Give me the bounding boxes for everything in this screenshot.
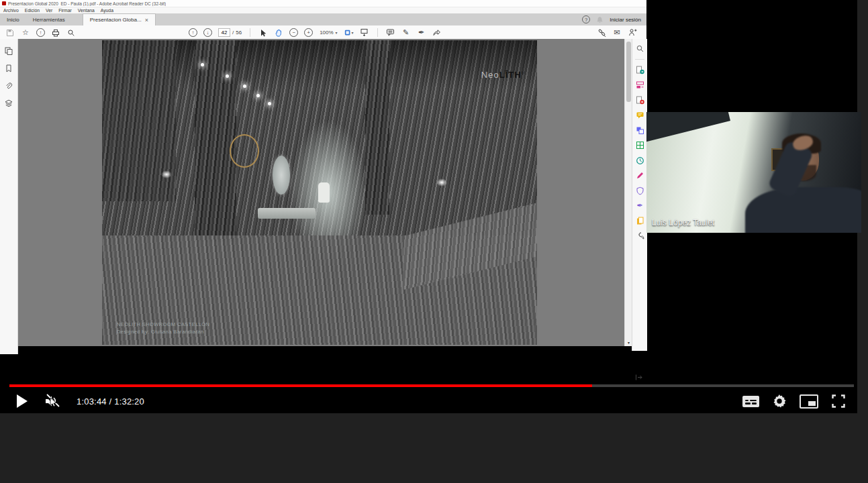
tab-close-icon[interactable]: × (145, 17, 148, 23)
marble-pillar (365, 40, 389, 215)
find-icon[interactable] (66, 28, 76, 38)
ceiling-light (226, 74, 229, 78)
webcam-video: Luis López Taulet (646, 112, 861, 233)
share-link-icon[interactable] (597, 28, 606, 38)
ceiling-light (256, 94, 260, 97)
send-share-icon[interactable] (432, 28, 442, 38)
signature-icon[interactable]: ✒ (417, 28, 426, 38)
tab-tools[interactable]: Herramientas (26, 14, 72, 25)
organize-pages-icon[interactable] (635, 141, 644, 150)
fill-sign-tool-icon[interactable] (635, 171, 644, 180)
ceiling-light (243, 85, 246, 88)
scrolling-mode-icon[interactable] (360, 28, 369, 38)
compress-pdf-icon[interactable] (635, 156, 644, 165)
export-pdf-icon[interactable] (635, 65, 644, 74)
email-icon[interactable]: ✉ (612, 28, 622, 38)
oval-mirror (273, 156, 290, 195)
caption-title: NEOLITH SHOWROOM CASTELLÓN (117, 321, 209, 328)
menu-ventana[interactable]: Ventana (78, 8, 95, 13)
save-icon[interactable] (5, 28, 15, 38)
neolith-logo: NeoLĪTH® (481, 70, 525, 80)
main-toolbar: ☆ ↑ ↑ ↓ / 56 − (0, 25, 646, 40)
settings-button[interactable] (773, 394, 786, 408)
comment-icon[interactable] (386, 28, 395, 38)
bookmarks-icon[interactable] (5, 64, 13, 74)
more-tools-pages-icon[interactable] (635, 216, 644, 225)
video-progress-bar[interactable] (9, 384, 854, 387)
zoom-out-icon[interactable]: − (289, 28, 298, 37)
star-icon[interactable]: ☆ (21, 28, 30, 38)
previous-page-icon[interactable]: ↑ (189, 28, 197, 37)
collapse-tools-pane-icon[interactable] (634, 373, 644, 382)
menu-archivo[interactable]: Archivo (3, 8, 19, 13)
menu-edicion[interactable]: Edición (25, 8, 40, 13)
progress-played (9, 384, 592, 387)
pdf-page-photo: NeoLĪTH® NEOLITH SHOWROOM CASTELLÓN Desi… (102, 40, 537, 345)
edit-pdf-icon[interactable] (635, 80, 644, 90)
zoom-level-dropdown[interactable]: 100% ▾ (319, 29, 338, 36)
flowers (436, 178, 447, 186)
fill-sign-pencil-icon[interactable]: ✎ (401, 28, 411, 38)
combine-files-icon[interactable] (635, 125, 644, 135)
subtitles-button[interactable] (742, 396, 759, 407)
print-icon[interactable] (51, 28, 60, 38)
page-total: 56 (236, 30, 242, 36)
select-tool-icon[interactable] (258, 28, 268, 38)
gold-ring-light (230, 134, 259, 168)
create-pdf-icon[interactable] (635, 95, 644, 105)
menu-ver[interactable]: Ver (46, 8, 52, 13)
page-divider: / (232, 30, 234, 36)
ceiling-light (268, 102, 271, 105)
tab-bar: Inicio Herramientas Presentacion Globa..… (0, 13, 646, 25)
fullscreen-button[interactable] (832, 394, 845, 408)
zoom-in-icon[interactable]: + (304, 28, 313, 37)
page-number-input[interactable] (218, 28, 230, 37)
sign-in-button[interactable]: Iniciar sesión (610, 17, 641, 23)
time-display: 1:03:44 / 1:32:20 (77, 396, 144, 407)
photo-caption: NEOLITH SHOWROOM CASTELLÓN Designed by: … (117, 321, 209, 336)
participant-name-tag: Luis López Taulet (652, 218, 714, 227)
add-tools-icon[interactable] (635, 231, 644, 241)
upload-cloud-icon[interactable]: ↑ (36, 28, 45, 37)
page-number-group: / 56 (218, 28, 242, 37)
play-button[interactable] (16, 394, 28, 408)
menu-bar: Archivo Edición Ver Firmar Ventana Ayuda (0, 7, 646, 13)
tab-document[interactable]: Presentacion Globa... × (83, 13, 156, 25)
acrobat-app-icon (2, 1, 6, 5)
window-title: Presentacion Global 2020_ED - Paula (1).… (8, 1, 166, 6)
person-body (745, 187, 861, 233)
tab-home[interactable]: Inicio (0, 14, 26, 25)
document-content-area: NeoLĪTH® NEOLITH SHOWROOM CASTELLÓN Desi… (0, 39, 646, 346)
bathtub (258, 208, 316, 219)
marble-pillar (195, 40, 236, 241)
help-icon[interactable]: ? (582, 15, 590, 23)
next-page-icon[interactable]: ↓ (203, 28, 212, 37)
caption-credit: Designed by: Giuliana Barandiarán (117, 328, 209, 335)
mouse-cursor (49, 397, 58, 411)
pdf-canvas[interactable]: NeoLĪTH® NEOLITH SHOWROOM CASTELLÓN Desi… (18, 39, 624, 346)
share-with-people-icon[interactable] (628, 28, 637, 38)
attachments-icon[interactable] (5, 82, 13, 91)
protect-pdf-icon[interactable] (635, 186, 644, 195)
tools-pane: ✒ (632, 39, 647, 351)
page-thumbnails-icon[interactable] (5, 47, 13, 56)
scrollbar-thumb[interactable] (626, 42, 631, 102)
comment-tool-icon[interactable] (635, 111, 644, 120)
search-tools-icon[interactable] (635, 44, 644, 53)
webcam-background-shape (646, 112, 730, 145)
bathrobe (318, 182, 330, 203)
ceiling-light (201, 63, 204, 66)
bell-icon[interactable] (596, 16, 604, 23)
acrobat-window: Presentacion Global 2020_ED - Paula (1).… (0, 0, 646, 346)
hand-tool-icon[interactable] (274, 28, 283, 38)
page-display-icon[interactable]: ▾ (344, 28, 354, 38)
menu-ayuda[interactable]: Ayuda (101, 8, 113, 13)
miniplayer-button[interactable] (800, 394, 818, 409)
acrobat-title-bar: Presentacion Global 2020_ED - Paula (1).… (0, 0, 646, 7)
layers-icon[interactable] (5, 99, 13, 109)
certificates-icon[interactable]: ✒ (635, 201, 644, 211)
navigation-pane (0, 39, 18, 354)
flowers (161, 170, 172, 178)
video-player[interactable]: Presentacion Global 2020_ED - Paula (1).… (0, 0, 857, 413)
menu-firmar[interactable]: Firmar (58, 8, 72, 13)
